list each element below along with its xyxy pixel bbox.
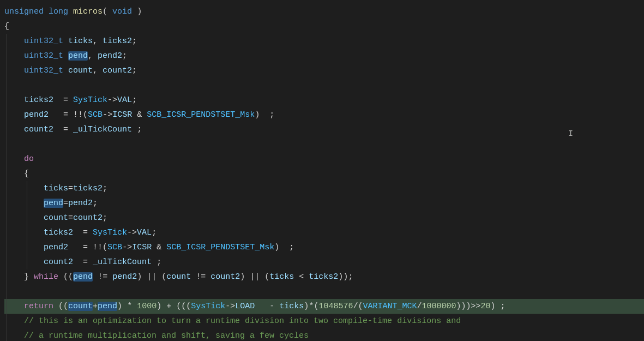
keyword-type: void	[112, 7, 132, 16]
code-line[interactable]: // a runtime multiplication and shift, s…	[4, 328, 644, 341]
keyword-control: while	[34, 272, 58, 282]
code-line[interactable]: {	[4, 19, 644, 34]
constant: SCB	[88, 110, 103, 119]
code-line[interactable]: count=count2;	[4, 211, 644, 225]
variable: pend2	[112, 272, 137, 282]
variable: _ulTickCount	[93, 258, 152, 267]
code-line[interactable]: ticks2 = SysTick->VAL;	[4, 93, 644, 107]
keyword-type: uint32_t	[24, 51, 63, 61]
constant: SCB_ICSR_PENDSTSET_Msk	[147, 110, 255, 119]
variable-highlighted: pend	[68, 51, 88, 61]
brace-open: {	[4, 22, 9, 31]
punctuation: )	[137, 7, 142, 16]
number-literal: 1000	[137, 302, 157, 311]
property: ICSR	[112, 110, 132, 119]
constant: SysTick	[93, 228, 127, 237]
code-line[interactable]: uint32_t ticks, ticks2;	[4, 34, 644, 49]
code-line[interactable]: uint32_t count, count2;	[4, 63, 644, 78]
variable: ticks2	[24, 95, 53, 105]
keyword-type: unsigned	[4, 7, 44, 16]
variable: ticks2	[309, 272, 338, 282]
keyword-type: long	[49, 7, 68, 16]
code-line-blank[interactable]	[4, 78, 644, 93]
keyword-control: do	[24, 154, 34, 164]
code-editor[interactable]: unsigned long micros( void ) { uint32_t …	[0, 0, 644, 341]
function-name: micros	[73, 7, 103, 16]
brace-open: {	[24, 169, 29, 178]
keyword-type: uint32_t	[24, 66, 63, 75]
variable: count	[166, 272, 191, 282]
variable: _ulTickCount	[73, 125, 132, 134]
variable-highlighted: pend	[44, 199, 63, 208]
number-literal: 1000000	[422, 302, 456, 311]
variable: count2	[44, 258, 73, 267]
variable: ticks2	[73, 184, 103, 193]
code-line[interactable]: // this is an optimization to turn a run…	[4, 314, 644, 328]
variable: ticks	[44, 184, 68, 193]
code-line[interactable]: pend=pend2;	[4, 196, 644, 211]
constant: SysTick	[191, 302, 225, 311]
property: VAL	[137, 228, 152, 237]
variable: pend2	[98, 51, 122, 61]
variable: count2	[210, 272, 240, 282]
variable: count2	[103, 66, 132, 75]
variable-highlighted: pend	[98, 302, 117, 311]
number-literal: 20	[481, 302, 491, 311]
property: LOAD	[235, 302, 255, 311]
comment: // this is an optimization to turn a run…	[24, 316, 461, 326]
keyword-type: uint32_t	[24, 37, 63, 46]
variable: pend2	[68, 199, 93, 208]
variable: count2	[24, 125, 53, 134]
code-line[interactable]: uint32_t pend, pend2;	[4, 49, 644, 63]
constant: VARIANT_MCK	[363, 302, 417, 311]
number-literal: 1048576	[318, 302, 353, 311]
code-line[interactable]: count2 = _ulTickCount ;	[4, 122, 644, 137]
variable-highlighted: count	[68, 302, 93, 311]
code-line[interactable]: unsigned long micros( void )	[4, 4, 644, 19]
code-line-blank[interactable]	[4, 284, 644, 299]
comment: // a runtime multiplication and shift, s…	[24, 331, 309, 340]
code-line[interactable]: pend2 = !!(SCB->ICSR & SCB_ICSR_PENDSTSE…	[4, 240, 644, 255]
code-line[interactable]: ticks=ticks2;	[4, 181, 644, 196]
code-line-active[interactable]: return ((count+pend) * 1000) + (((SysTic…	[4, 299, 644, 314]
text-cursor-icon: I	[568, 127, 569, 136]
variable: ticks2	[44, 228, 73, 237]
variable: ticks	[68, 37, 93, 46]
property: ICSR	[132, 243, 152, 252]
variable: count	[68, 66, 93, 75]
punctuation: (	[103, 7, 107, 16]
variable: count	[44, 213, 68, 223]
variable: count2	[73, 213, 103, 223]
code-line[interactable]: ticks2 = SysTick->VAL;	[4, 225, 644, 240]
code-line[interactable]: pend2 = !!(SCB->ICSR & SCB_ICSR_PENDSTSE…	[4, 107, 644, 122]
variable: pend2	[44, 243, 68, 252]
variable: ticks	[279, 302, 304, 311]
code-line[interactable]: count2 = _ulTickCount ;	[4, 255, 644, 270]
constant: SysTick	[73, 95, 107, 105]
property: VAL	[117, 95, 132, 105]
constant: SCB	[107, 243, 122, 252]
brace-close: }	[24, 272, 29, 282]
variable: ticks2	[103, 37, 132, 46]
variable-highlighted: pend	[73, 272, 93, 282]
keyword-control: return	[24, 302, 53, 311]
constant: SCB_ICSR_PENDSTSET_Msk	[166, 243, 274, 252]
variable: ticks	[269, 272, 294, 282]
code-line[interactable]: } while ((pend != pend2) || (count != co…	[4, 270, 644, 284]
code-line[interactable]: {	[4, 166, 644, 181]
code-line-blank[interactable]	[4, 137, 644, 152]
variable: pend2	[24, 110, 49, 119]
code-line[interactable]: do	[4, 152, 644, 166]
